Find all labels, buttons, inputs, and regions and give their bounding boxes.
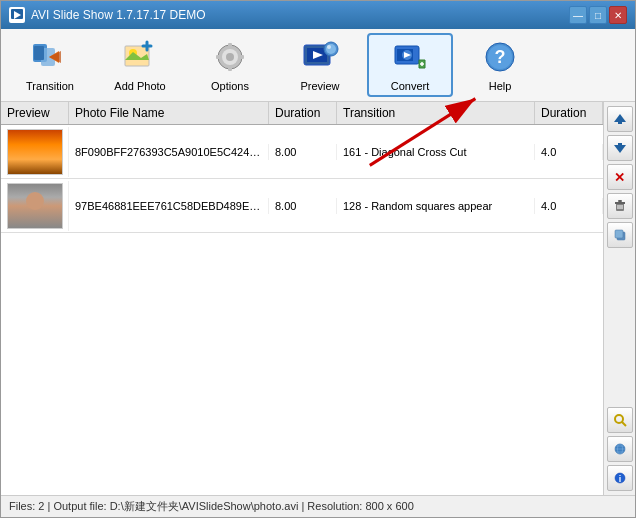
svg-rect-32 <box>615 202 625 204</box>
help-label: Help <box>489 80 512 92</box>
convert-button[interactable]: Convert <box>367 33 453 97</box>
move-down-button[interactable] <box>607 135 633 161</box>
maximize-button[interactable]: □ <box>589 6 607 24</box>
add-photo-button[interactable]: Add Photo <box>97 33 183 97</box>
row1-preview <box>1 127 69 177</box>
row2-thumbnail <box>7 183 63 229</box>
row2-filename: 97BE46881EEE761C58DEBD489EE54... <box>69 198 269 214</box>
svg-rect-4 <box>34 46 44 60</box>
row1-thumbnail <box>7 129 63 175</box>
transition-button[interactable]: Transition <box>7 33 93 97</box>
svg-marker-27 <box>614 114 626 122</box>
row1-transition: 161 - Diagonal Cross Cut <box>337 144 535 160</box>
header-duration: Duration <box>269 102 337 124</box>
table-row[interactable]: 8F090BFF276393C5A9010E5C4242F0... 8.00 1… <box>1 125 603 179</box>
title-buttons: — □ ✕ <box>569 6 627 24</box>
svg-rect-12 <box>216 55 221 59</box>
svg-point-39 <box>615 415 623 423</box>
status-bar: Files: 2 | Output file: D:\新建文件夹\AVISlid… <box>1 495 635 517</box>
table-row[interactable]: 97BE46881EEE761C58DEBD489EE54... 8.00 12… <box>1 179 603 233</box>
svg-rect-10 <box>228 43 232 48</box>
main-content: Preview Photo File Name Duration Transit… <box>1 102 635 495</box>
header-filename: Photo File Name <box>69 102 269 124</box>
svg-point-9 <box>226 53 234 61</box>
copy-button[interactable] <box>607 222 633 248</box>
svg-rect-30 <box>618 143 622 146</box>
preview-button[interactable]: Preview <box>277 33 363 97</box>
svg-rect-33 <box>618 200 622 202</box>
toolbar: Transition Add Photo <box>1 29 635 102</box>
side-toolbar: ✕ <box>603 102 635 495</box>
search-button[interactable] <box>607 407 633 433</box>
row2-trans-duration: 4.0 <box>535 198 603 214</box>
table-header: Preview Photo File Name Duration Transit… <box>1 102 603 125</box>
header-preview: Preview <box>1 102 69 124</box>
help-icon: ? <box>481 38 519 76</box>
header-trans-duration: Duration <box>535 102 603 124</box>
add-photo-icon <box>121 38 159 76</box>
info-button[interactable]: i <box>607 465 633 491</box>
svg-text:i: i <box>618 474 621 484</box>
trash-button[interactable] <box>607 193 633 219</box>
svg-point-19 <box>327 45 331 49</box>
row2-duration: 8.00 <box>269 198 337 214</box>
status-text: Files: 2 | Output file: D:\新建文件夹\AVISlid… <box>9 499 414 514</box>
transition-icon <box>31 38 69 76</box>
preview-label: Preview <box>300 80 339 92</box>
svg-line-40 <box>622 422 626 426</box>
options-icon <box>211 38 249 76</box>
app-icon <box>9 7 25 23</box>
window-title: AVI Slide Show 1.7.17.17 DEMO <box>31 8 206 22</box>
options-label: Options <box>211 80 249 92</box>
row1-filename: 8F090BFF276393C5A9010E5C4242F0... <box>69 144 269 160</box>
table-body: 8F090BFF276393C5A9010E5C4242F0... 8.00 1… <box>1 125 603 495</box>
svg-rect-11 <box>228 66 232 71</box>
row1-duration: 8.00 <box>269 144 337 160</box>
svg-point-18 <box>326 44 336 54</box>
minimize-button[interactable]: — <box>569 6 587 24</box>
close-button[interactable]: ✕ <box>609 6 627 24</box>
svg-marker-29 <box>614 145 626 153</box>
svg-rect-13 <box>239 55 244 59</box>
svg-rect-28 <box>618 121 622 124</box>
row2-preview <box>1 181 69 231</box>
help-button[interactable]: ? Help <box>457 33 543 97</box>
title-bar: AVI Slide Show 1.7.17.17 DEMO — □ ✕ <box>1 1 635 29</box>
preview-icon <box>301 38 339 76</box>
row2-transition: 128 - Random squares appear <box>337 198 535 214</box>
delete-button[interactable]: ✕ <box>607 164 633 190</box>
transition-label: Transition <box>26 80 74 92</box>
globe-button[interactable] <box>607 436 633 462</box>
title-bar-left: AVI Slide Show 1.7.17.17 DEMO <box>9 7 206 23</box>
move-up-button[interactable] <box>607 106 633 132</box>
svg-text:?: ? <box>495 47 506 67</box>
row1-trans-duration: 4.0 <box>535 144 603 160</box>
convert-label: Convert <box>391 80 430 92</box>
convert-icon <box>391 38 429 76</box>
options-button[interactable]: Options <box>187 33 273 97</box>
svg-rect-38 <box>615 230 623 238</box>
table-area: Preview Photo File Name Duration Transit… <box>1 102 603 495</box>
header-transition: Transition <box>337 102 535 124</box>
add-photo-label: Add Photo <box>114 80 165 92</box>
main-window: AVI Slide Show 1.7.17.17 DEMO — □ ✕ Tran… <box>0 0 636 518</box>
